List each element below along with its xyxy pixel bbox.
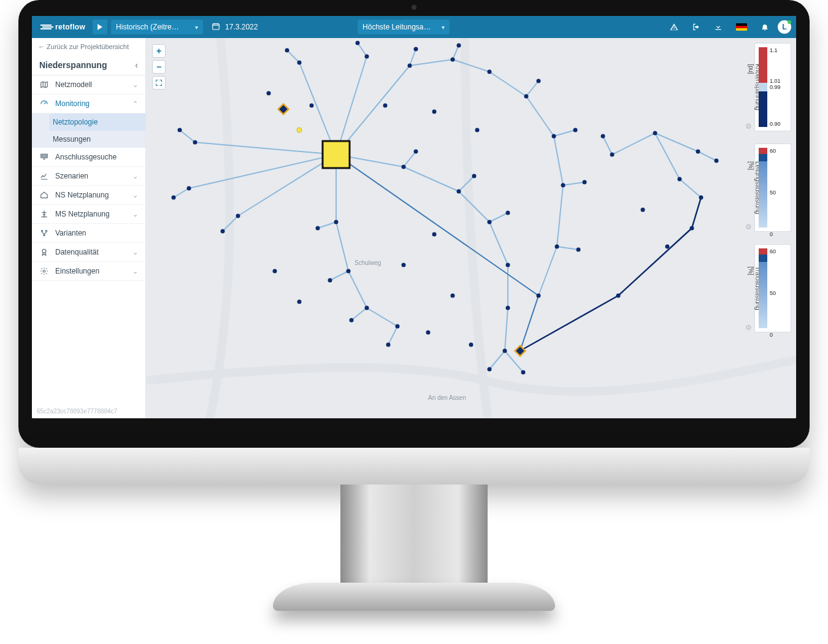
notifications-button[interactable] <box>756 20 774 34</box>
logout-button[interactable] <box>687 20 705 34</box>
svg-point-39 <box>402 165 406 169</box>
svg-point-14 <box>457 44 461 48</box>
substation-marker[interactable] <box>323 141 350 168</box>
gauge-icon <box>39 99 49 108</box>
svg-point-45 <box>506 263 510 267</box>
gear-icon[interactable]: ⚙ <box>745 223 752 231</box>
sidebar-item-label: Varianten <box>55 229 86 237</box>
sidebar-item-einstellungen[interactable]: Einstellungen ⌄ <box>32 262 145 281</box>
svg-point-53 <box>601 134 605 139</box>
alerts-button[interactable] <box>665 20 683 34</box>
sidebar-item-netzmodell[interactable]: Netzmodell ⌄ <box>32 75 145 94</box>
back-link[interactable]: ← Zurück zur Projektübersicht <box>32 38 145 55</box>
sidebar-item-anschlussgesuche[interactable]: Anschlussgesuche <box>32 148 145 167</box>
sidebar-item-monitoring[interactable]: Monitoring ⌃ <box>32 94 145 113</box>
chevron-left-icon: ‹ <box>135 60 138 70</box>
house-icon <box>39 191 49 199</box>
svg-point-18 <box>552 134 556 139</box>
language-button[interactable] <box>731 20 752 34</box>
pylon-icon <box>39 210 49 218</box>
sidebar-item-ns-netzplanung[interactable]: NS Netzplanung ⌄ <box>32 186 145 205</box>
nav-title-text: Niederspannung <box>39 60 107 70</box>
svg-point-57 <box>678 177 682 182</box>
svg-point-6 <box>43 270 45 272</box>
brand-icon <box>40 23 52 31</box>
svg-point-67 <box>426 331 431 335</box>
svg-point-10 <box>365 55 369 59</box>
date-value: 17.3.2022 <box>225 23 258 31</box>
nav-title[interactable]: Niederspannung ‹ <box>32 55 145 75</box>
top-bar: retoflow Historisch (Zeitre… ▾ 17.3.2022… <box>32 16 796 38</box>
sidebar-item-ms-netzplanung[interactable]: MS Netzplanung ⌄ <box>32 205 145 224</box>
date-field[interactable]: 17.3.2022 <box>207 22 354 33</box>
chevron-down-icon: ⌄ <box>132 210 138 218</box>
sidebar-item-datenqualitaet[interactable]: Datenqualität ⌄ <box>32 243 145 262</box>
svg-point-47 <box>503 349 507 353</box>
layer-select[interactable]: Höchste Leitungsa… ▾ <box>358 20 450 34</box>
street-label: An den Assen <box>428 394 466 401</box>
svg-point-70 <box>273 269 277 274</box>
svg-point-13 <box>451 58 455 62</box>
sidebar-item-label: MS Netzplanung <box>55 210 110 218</box>
legend-voltage: Knotenspannung [pu] 1.1 1.01 <box>754 43 791 131</box>
chevron-down-icon: ⌄ <box>132 191 138 199</box>
svg-point-17 <box>537 79 541 83</box>
svg-point-63 <box>475 128 480 132</box>
sidebar-item-label: Datenqualität <box>55 248 99 256</box>
monitor-frame: retoflow Historisch (Zeitre… ▾ 17.3.2022… <box>18 0 810 448</box>
app: retoflow Historisch (Zeitre… ▾ 17.3.2022… <box>32 16 796 418</box>
sidebar-item-label: Netztopologie <box>53 118 98 126</box>
legend-tick: 60 <box>770 248 776 255</box>
svg-point-22 <box>555 245 559 249</box>
svg-point-75 <box>297 128 302 132</box>
svg-point-21 <box>583 180 587 185</box>
svg-point-65 <box>402 263 406 267</box>
mode-select[interactable]: Historisch (Zeitre… ▾ <box>111 20 203 34</box>
svg-point-64 <box>432 232 437 237</box>
sidebar-item-szenarien[interactable]: Szenarien ⌄ <box>32 167 145 186</box>
avatar[interactable]: L <box>778 20 791 34</box>
branch-icon <box>39 229 49 237</box>
svg-point-12 <box>414 47 418 52</box>
svg-point-60 <box>310 104 314 108</box>
legend-tick: 50 <box>770 290 776 296</box>
svg-point-8 <box>297 61 302 65</box>
chevron-down-icon: ▾ <box>442 24 445 31</box>
svg-point-16 <box>524 94 529 99</box>
brand[interactable]: retoflow <box>37 23 89 31</box>
sidebar-item-label: Szenarien <box>55 172 88 180</box>
svg-point-7 <box>285 48 289 53</box>
svg-point-71 <box>641 208 645 212</box>
map-canvas[interactable]: + − <box>146 38 796 418</box>
svg-point-55 <box>696 150 700 154</box>
gear-icon[interactable]: ⚙ <box>745 323 752 332</box>
legend-tick: 1.1 <box>770 47 781 53</box>
legend-tick: 0.99 <box>770 84 781 90</box>
brand-text: retoflow <box>55 23 85 31</box>
legend-tick: 1.01 <box>770 78 781 84</box>
svg-point-31 <box>334 220 339 224</box>
sidebar-subitem-messungen[interactable]: Messungen <box>53 131 145 148</box>
legend-tick: 0.90 <box>770 121 781 127</box>
gear-icon[interactable]: ⚙ <box>745 122 752 131</box>
medal-icon <box>39 248 49 256</box>
svg-point-29 <box>236 214 240 218</box>
sidebar-item-varianten[interactable]: Varianten <box>32 224 145 243</box>
download-button[interactable] <box>709 20 727 34</box>
svg-point-56 <box>715 159 719 163</box>
svg-point-5 <box>42 249 46 253</box>
monitor-chin <box>18 448 810 485</box>
legend-bar <box>759 47 767 127</box>
layer-select-label: Höchste Leitungsa… <box>362 23 431 31</box>
map-icon <box>39 80 49 89</box>
svg-point-27 <box>187 186 191 191</box>
monitor-stand-foot <box>273 583 555 611</box>
sidebar-subitem-netztopologie[interactable]: Netztopologie <box>49 113 145 131</box>
svg-point-24 <box>537 294 541 298</box>
play-button[interactable] <box>93 20 107 34</box>
svg-point-66 <box>451 294 455 298</box>
svg-point-4 <box>44 234 45 236</box>
svg-rect-0 <box>213 23 220 29</box>
svg-point-35 <box>365 306 369 310</box>
legend-tick: 0 <box>770 231 776 237</box>
